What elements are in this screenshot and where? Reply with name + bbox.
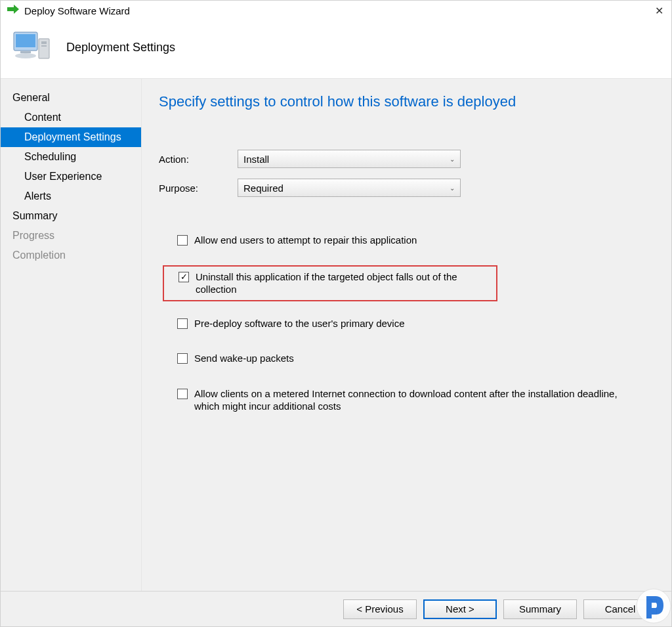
action-label: Action: [159, 154, 238, 165]
checkbox-row: Allow end users to attempt to repair thi… [171, 230, 654, 251]
checkbox-row: Send wake-up packets [171, 348, 654, 369]
checkbox-label: Uninstall this application if the target… [196, 270, 490, 296]
sidebar-item-user-experience[interactable]: User Experience [1, 167, 141, 186]
checkbox-label: Allow clients on a metered Internet conn… [194, 387, 640, 413]
checkbox-row: Uninstall this application if the target… [163, 265, 497, 301]
computer-icon [12, 30, 51, 65]
wizard-sidebar: GeneralContentDeployment SettingsSchedul… [1, 79, 142, 619]
checkbox-label: Pre-deploy software to the user's primar… [194, 317, 405, 330]
previous-button[interactable]: < Previous [343, 599, 417, 619]
content-heading: Specify settings to control how this sof… [159, 93, 654, 110]
chevron-down-icon: ⌄ [450, 184, 455, 192]
checkbox[interactable] [177, 389, 188, 399]
deploy-arrow-icon [7, 5, 19, 16]
window-title: Deploy Software Wizard [24, 5, 130, 16]
svg-point-3 [15, 53, 36, 58]
checkbox-group: Allow end users to attempt to repair thi… [171, 230, 654, 417]
button-bar: < Previous Next > Summary Cancel [1, 591, 671, 626]
action-row: Action: Install ⌄ [159, 150, 654, 168]
sidebar-item-deployment-settings[interactable]: Deployment Settings [1, 127, 141, 147]
chevron-down-icon: ⌄ [450, 156, 455, 163]
checkbox[interactable] [177, 353, 188, 364]
sidebar-item-summary[interactable]: Summary [1, 206, 141, 226]
wizard-content: Specify settings to control how this sof… [142, 79, 671, 619]
purpose-value: Required [243, 183, 284, 194]
wizard-header: Deployment Settings [1, 20, 671, 79]
sidebar-item-content[interactable]: Content [1, 108, 141, 127]
action-value: Install [243, 154, 269, 165]
titlebar: Deploy Software Wizard ✕ [1, 1, 671, 20]
sidebar-item-progress: Progress [1, 226, 141, 246]
checkbox-row: Allow clients on a metered Internet conn… [171, 383, 654, 417]
checkbox[interactable] [177, 235, 188, 246]
close-button[interactable]: ✕ [653, 5, 665, 16]
svg-rect-5 [41, 41, 47, 44]
svg-point-7 [637, 589, 671, 623]
summary-button[interactable]: Summary [503, 599, 577, 619]
checkbox-label: Send wake-up packets [194, 352, 294, 365]
purpose-label: Purpose: [159, 183, 238, 194]
purpose-select[interactable]: Required ⌄ [238, 179, 461, 197]
sidebar-item-general[interactable]: General [1, 88, 141, 108]
checkbox-label: Allow end users to attempt to repair thi… [194, 234, 417, 247]
sidebar-item-scheduling[interactable]: Scheduling [1, 147, 141, 167]
checkbox[interactable] [178, 272, 189, 282]
checkbox[interactable] [177, 318, 188, 329]
watermark-icon [636, 588, 671, 626]
sidebar-item-completion: Completion [1, 246, 141, 265]
action-select[interactable]: Install ⌄ [238, 150, 461, 168]
page-title: Deployment Settings [66, 41, 175, 54]
svg-rect-1 [16, 34, 35, 47]
purpose-row: Purpose: Required ⌄ [159, 179, 654, 197]
sidebar-item-alerts[interactable]: Alerts [1, 186, 141, 206]
next-button[interactable]: Next > [423, 599, 497, 619]
svg-rect-2 [20, 51, 31, 53]
checkbox-row: Pre-deploy software to the user's primar… [171, 313, 654, 334]
svg-rect-6 [41, 45, 47, 47]
